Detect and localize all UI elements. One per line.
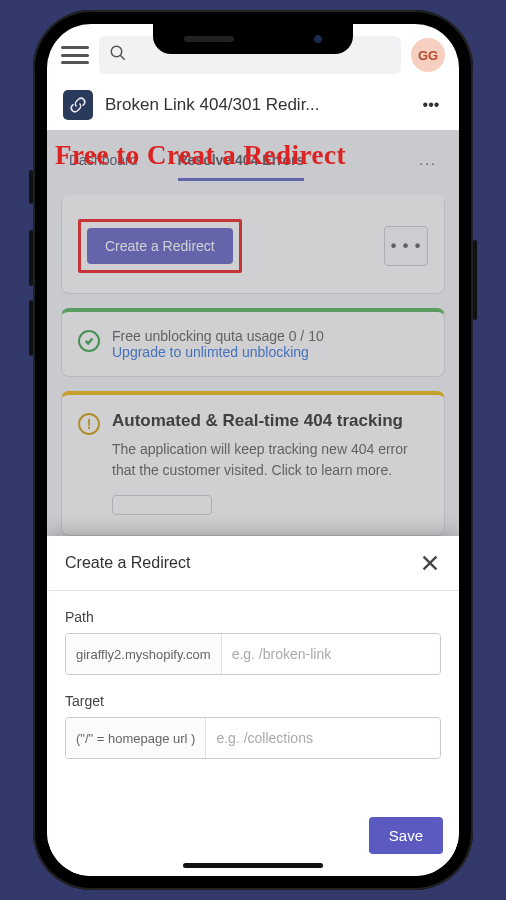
path-label: Path xyxy=(65,609,441,625)
sheet-title: Create a Redirect xyxy=(65,554,190,572)
main-content: Free to Creat a Redirect Dashboard Resol… xyxy=(47,130,459,560)
path-input-wrap: giraffly2.myshopify.com xyxy=(65,633,441,675)
app-more-icon[interactable]: ••• xyxy=(419,96,443,114)
notch xyxy=(153,24,353,54)
quota-text: Free unblocking quta usage 0 / 10 xyxy=(112,328,324,344)
target-prefix: ("/" = homepage url ) xyxy=(66,718,206,758)
device-button xyxy=(29,170,33,204)
create-redirect-button[interactable]: Create a Redirect xyxy=(87,228,233,264)
upgrade-link[interactable]: Upgrade to unlimted unblocking xyxy=(112,344,324,360)
page-title: Broken Link 404/301 Redir... xyxy=(105,95,407,115)
screen: GG Broken Link 404/301 Redir... ••• Free… xyxy=(47,24,459,876)
tab-dashboard[interactable]: Dashboard xyxy=(69,152,138,181)
target-input[interactable] xyxy=(206,718,440,758)
tracking-card[interactable]: ! Automated & Real-time 404 tracking The… xyxy=(61,391,445,536)
annotation-highlight: Create a Redirect xyxy=(78,219,242,273)
menu-icon[interactable] xyxy=(61,43,89,67)
close-icon[interactable] xyxy=(419,552,441,574)
device-button xyxy=(29,230,33,286)
avatar[interactable]: GG xyxy=(411,38,445,72)
tab-resolve[interactable]: Resolve 404 Errors xyxy=(178,152,305,181)
app-title-row: Broken Link 404/301 Redir... ••• xyxy=(47,80,459,130)
quota-card: Free unblocking quta usage 0 / 10 Upgrad… xyxy=(61,308,445,377)
tracking-title: Automated & Real-time 404 tracking xyxy=(112,411,428,431)
search-icon xyxy=(109,44,127,66)
sheet-body: Path giraffly2.myshopify.com Target ("/"… xyxy=(47,591,459,807)
tracking-body: The application will keep tracking new 4… xyxy=(112,439,428,481)
svg-line-1 xyxy=(120,55,125,60)
device-button xyxy=(29,300,33,356)
phone-frame: GG Broken Link 404/301 Redir... ••• Free… xyxy=(33,10,473,890)
svg-point-0 xyxy=(111,46,122,57)
learn-more-button[interactable] xyxy=(112,495,212,515)
card-more-button[interactable]: • • • xyxy=(384,226,428,266)
target-input-wrap: ("/" = homepage url ) xyxy=(65,717,441,759)
check-icon xyxy=(78,330,100,352)
alert-icon: ! xyxy=(78,413,100,435)
tabs-more-icon[interactable]: ... xyxy=(419,152,437,181)
save-button[interactable]: Save xyxy=(369,817,443,854)
create-redirect-sheet: Create a Redirect Path giraffly2.myshopi… xyxy=(47,536,459,876)
path-input[interactable] xyxy=(222,634,440,674)
tabs: Dashboard Resolve 404 Errors ... xyxy=(47,130,459,181)
path-prefix: giraffly2.myshopify.com xyxy=(66,634,222,674)
target-label: Target xyxy=(65,693,441,709)
app-icon xyxy=(63,90,93,120)
action-card: Create a Redirect • • • xyxy=(61,195,445,294)
sheet-header: Create a Redirect xyxy=(47,536,459,591)
device-button xyxy=(473,240,477,320)
home-indicator xyxy=(183,863,323,868)
